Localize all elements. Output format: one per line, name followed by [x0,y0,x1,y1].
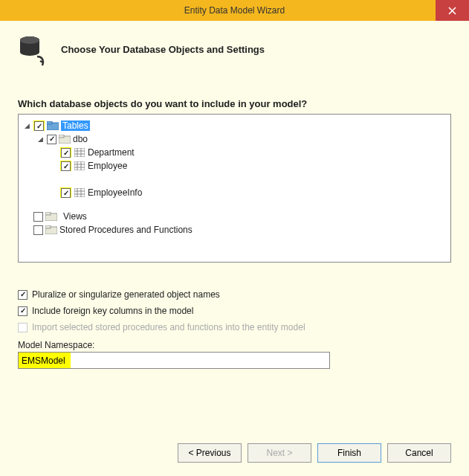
checkbox-import-sprocs [18,323,28,332]
tree-label: Tables [61,120,90,131]
tree-node-dbo[interactable]: ◢ dbo [22,132,447,146]
views-icon [45,211,57,222]
schema-icon [59,134,71,144]
checkbox-tables[interactable] [34,121,44,131]
option-label: Import selected stored procedures and fu… [32,322,305,332]
database-icon [18,34,48,64]
svg-rect-16 [74,188,85,197]
question-label: Which database objects do you want to in… [18,98,451,109]
table-icon [74,187,85,198]
checkbox-employee[interactable] [61,161,71,171]
finish-button[interactable]: Finish [317,443,381,463]
tree-label: EmployeeInfo [88,187,142,198]
wizard-content: Choose Your Database Objects and Setting… [0,21,469,476]
option-pluralize[interactable]: Pluralize or singularize generated objec… [18,289,451,300]
svg-point-1 [20,36,39,44]
svg-rect-3 [47,121,52,124]
tree-node-department[interactable]: Department [22,146,447,159]
close-icon [448,7,456,15]
tree-label: Department [88,147,135,158]
expander-icon[interactable]: ◢ [23,122,31,130]
option-foreign-keys[interactable]: Include foreign key columns in the model [18,306,451,316]
close-button[interactable] [436,0,469,21]
tree-label: dbo [73,134,88,144]
namespace-input[interactable] [18,352,330,369]
tree-node-views[interactable]: Views [22,210,447,223]
folder-icon [47,120,59,131]
checkbox-employeeinfo[interactable] [61,188,71,198]
expander-icon[interactable]: ◢ [36,135,45,144]
table-icon [74,147,85,158]
cancel-button[interactable]: Cancel [387,443,451,463]
sprocs-icon [45,225,57,235]
svg-rect-24 [45,225,51,228]
wizard-header: Choose Your Database Objects and Setting… [18,34,451,64]
option-label: Include foreign key columns in the model [32,306,193,316]
tree-node-sprocs[interactable]: Stored Procedures and Functions [22,223,447,237]
button-row: < Previous Next > Finish Cancel [178,443,451,463]
wizard-step-title: Choose Your Database Objects and Setting… [61,44,265,55]
table-icon [74,161,85,171]
checkbox-department[interactable] [61,148,71,158]
checkbox-sprocs[interactable] [33,225,43,235]
checkbox-dbo[interactable] [47,135,56,144]
option-label: Pluralize or singularize generated objec… [32,289,220,300]
namespace-label: Model Namespace: [18,340,451,350]
tree-label: Stored Procedures and Functions [59,225,193,235]
tree-node-tables[interactable]: ◢ Tables [22,119,447,132]
tree-label: Views [63,211,87,222]
tree-node-employeeinfo[interactable]: EmployeeInfo [22,186,447,199]
options-group: Pluralize or singularize generated objec… [18,289,451,332]
tree-label: Employee [88,161,127,171]
option-import-sprocs: Import selected stored procedures and fu… [18,322,451,332]
checkbox-views[interactable] [33,212,43,222]
previous-button[interactable]: < Previous [178,443,242,463]
tree-node-employee[interactable]: Employee [22,159,447,173]
svg-rect-6 [74,148,85,157]
svg-rect-5 [59,135,64,138]
svg-rect-22 [45,212,51,215]
titlebar-text: Entity Data Model Wizard [184,5,285,16]
svg-rect-11 [74,161,85,170]
next-button: Next > [248,443,311,463]
titlebar: Entity Data Model Wizard [0,0,469,21]
checkbox-pluralize[interactable] [18,290,28,300]
objects-tree[interactable]: ◢ Tables ◢ dbo Department Employee Emplo… [18,114,451,263]
checkbox-foreign-keys[interactable] [18,306,28,316]
